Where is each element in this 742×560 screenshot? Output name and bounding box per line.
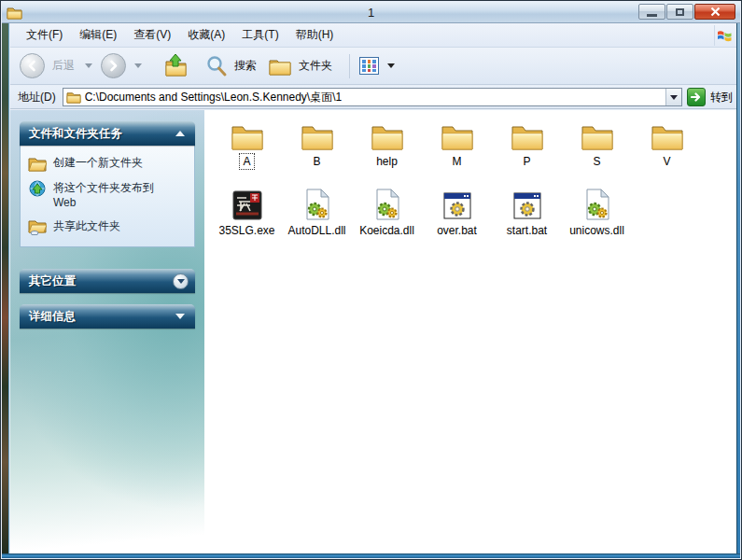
publish-web-icon	[28, 180, 47, 197]
file-list-area[interactable]: A B help	[204, 110, 736, 553]
dll-icon	[583, 189, 611, 220]
title-bar[interactable]: 1	[2, 2, 740, 23]
panel-file-tasks-body: 创建一个新文件夹 将这个文件夹发布到 Web	[20, 146, 195, 247]
folder-item-A[interactable]: A	[212, 118, 282, 187]
views-button-icon[interactable]	[359, 57, 379, 75]
maximize-icon	[676, 8, 684, 16]
back-history-caret-icon[interactable]	[85, 63, 92, 68]
folders-label[interactable]: 文件夹	[299, 58, 332, 74]
file-name[interactable]: over.bat	[433, 222, 481, 239]
folder-item-help[interactable]: help	[352, 118, 422, 187]
address-bar: 地址(D) C:\Documents and Settings\Leon.S.K…	[10, 86, 736, 109]
collapse-arrow-icon[interactable]	[175, 131, 185, 136]
bat-icon	[441, 192, 473, 220]
folder-name[interactable]: A	[239, 153, 254, 170]
forward-arrow-icon	[107, 60, 119, 72]
folder-name[interactable]: M	[449, 153, 466, 170]
panel-file-tasks-header[interactable]: 文件和文件夹任务	[20, 121, 195, 146]
maximize-button[interactable]	[666, 4, 693, 20]
file-item-35SLG-exe[interactable]: 35SLG.exe	[212, 187, 282, 256]
content-area: 文件和文件夹任务 创建一个新文件夹	[10, 110, 736, 553]
file-name[interactable]: unicows.dll	[566, 222, 628, 239]
folders-view-icon[interactable]	[268, 55, 292, 77]
file-item-unicows-dll[interactable]: unicows.dll	[562, 187, 632, 256]
menu-edit[interactable]: 编辑(E)	[71, 24, 125, 46]
views-caret-icon[interactable]	[387, 63, 395, 68]
menu-help[interactable]: 帮助(H)	[287, 24, 343, 46]
task-label[interactable]: 将这个文件夹发布到 Web	[53, 180, 176, 210]
folder-icon	[581, 122, 614, 151]
search-label[interactable]: 搜索	[234, 58, 257, 74]
minimize-icon	[647, 14, 657, 17]
folder-icon	[371, 122, 404, 151]
forward-history-caret-icon[interactable]	[134, 63, 142, 68]
folder-name[interactable]: S	[589, 153, 604, 170]
panel-title: 文件和文件夹任务	[29, 126, 122, 142]
menu-favorites[interactable]: 收藏(A)	[179, 24, 233, 46]
menu-bar: 文件(F) 编辑(E) 查看(V) 收藏(A) 工具(T) 帮助(H)	[10, 23, 736, 48]
menu-file[interactable]: 文件(F)	[18, 24, 71, 46]
menu-view[interactable]: 查看(V)	[125, 24, 179, 46]
task-sidebar: 文件和文件夹任务 创建一个新文件夹	[10, 110, 204, 553]
file-name[interactable]: AutoDLL.dll	[284, 222, 349, 239]
folder-icon	[441, 122, 474, 151]
file-item-Koeicda-dll[interactable]: Koeicda.dll	[352, 187, 422, 256]
window-title: 1	[2, 6, 740, 20]
folder-name[interactable]: V	[659, 153, 674, 170]
expand-button[interactable]	[173, 273, 189, 289]
dll-icon	[373, 189, 401, 220]
dropdown-arrow-icon	[670, 95, 678, 100]
folder-item-V[interactable]: V	[632, 118, 702, 187]
expand-arrow-icon[interactable]	[175, 314, 185, 319]
bat-icon	[511, 192, 543, 220]
go-button[interactable]	[687, 88, 706, 106]
folder-item-S[interactable]: S	[562, 118, 632, 187]
forward-button[interactable]	[101, 53, 126, 78]
folder-name[interactable]: help	[372, 153, 401, 170]
back-label: 后退	[52, 58, 75, 74]
folder-item-M[interactable]: M	[422, 118, 492, 187]
folder-item-P[interactable]: P	[492, 118, 562, 187]
dll-icon	[303, 189, 331, 220]
up-folder-button[interactable]	[163, 53, 189, 78]
window-frame-left	[2, 23, 9, 558]
task-share-folder[interactable]: 共享此文件夹	[28, 218, 187, 235]
expand-arrow-icon	[177, 279, 185, 284]
close-icon	[710, 7, 721, 17]
folder-name[interactable]: P	[519, 153, 534, 170]
go-arrow-icon	[691, 91, 702, 103]
address-folder-icon	[66, 91, 81, 104]
panel-details-header[interactable]: 详细信息	[20, 304, 195, 329]
task-publish-web[interactable]: 将这个文件夹发布到 Web	[28, 180, 187, 210]
panel-details: 详细信息	[20, 304, 195, 329]
panel-other-places-header[interactable]: 其它位置	[20, 269, 195, 293]
menu-tools[interactable]: 工具(T)	[233, 24, 287, 46]
toolbar-separator	[349, 54, 350, 78]
address-dropdown-button[interactable]	[665, 89, 681, 105]
file-name[interactable]: start.bat	[503, 222, 551, 239]
address-label: 地址(D)	[18, 90, 56, 105]
file-name[interactable]: Koeicda.dll	[356, 222, 418, 239]
file-item-over-bat[interactable]: over.bat	[422, 187, 492, 256]
task-label[interactable]: 创建一个新文件夹	[53, 155, 143, 170]
file-name[interactable]: 35SLG.exe	[215, 222, 278, 239]
search-icon[interactable]	[205, 55, 228, 77]
task-label[interactable]: 共享此文件夹	[53, 218, 120, 233]
folder-icon	[511, 122, 544, 151]
address-input[interactable]: C:\Documents and Settings\Leon.S.Kennedy…	[63, 88, 682, 106]
file-item-start-bat[interactable]: start.bat	[492, 187, 562, 256]
file-item-AutoDLL-dll[interactable]: AutoDLL.dll	[282, 187, 352, 256]
minimize-button[interactable]	[638, 4, 665, 20]
address-path: C:\Documents and Settings\Leon.S.Kennedy…	[85, 90, 343, 105]
windows-logo-icon	[714, 25, 735, 46]
panel-other-places: 其它位置	[20, 269, 195, 293]
close-button[interactable]	[694, 4, 735, 20]
folder-item-B[interactable]: B	[282, 118, 352, 187]
folder-name[interactable]: B	[309, 153, 324, 170]
go-label[interactable]: 转到	[710, 90, 733, 105]
back-button[interactable]	[20, 53, 45, 78]
folder-icon	[301, 122, 334, 151]
task-new-folder[interactable]: 创建一个新文件夹	[28, 155, 187, 172]
new-folder-icon	[28, 155, 47, 172]
toolbar: 后退 搜索 文件夹	[10, 48, 736, 85]
